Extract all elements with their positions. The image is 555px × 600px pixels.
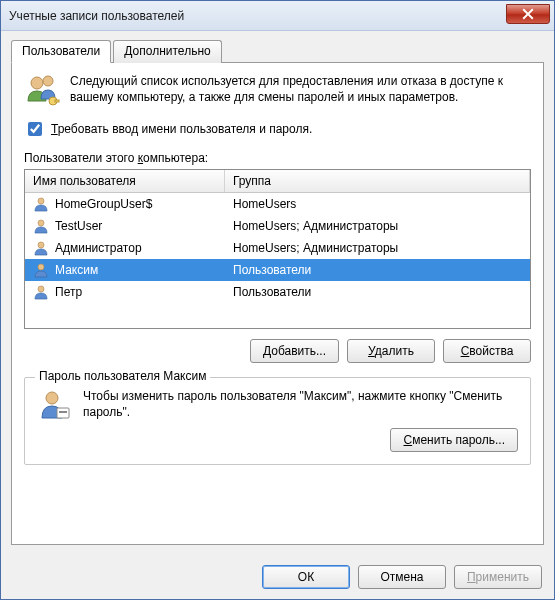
user-icon bbox=[33, 284, 49, 300]
remove-button[interactable]: Удалить bbox=[347, 339, 435, 363]
tab-strip: Пользователи Дополнительно bbox=[11, 39, 544, 62]
cell-username: TestUser bbox=[25, 218, 225, 234]
svg-point-5 bbox=[38, 220, 44, 226]
apply-button[interactable]: Применить bbox=[454, 565, 542, 589]
close-button[interactable] bbox=[506, 4, 550, 24]
column-header-group[interactable]: Группа bbox=[225, 170, 530, 192]
column-header-name[interactable]: Имя пользователя bbox=[25, 170, 225, 192]
properties-button[interactable]: Свойства bbox=[443, 339, 531, 363]
ok-button[interactable]: ОК bbox=[262, 565, 350, 589]
svg-point-4 bbox=[38, 198, 44, 204]
table-row[interactable]: МаксимПользователи bbox=[25, 259, 530, 281]
require-credentials-mnemonic: Т bbox=[51, 122, 58, 136]
intro-block: Следующий список используется для предос… bbox=[24, 73, 531, 109]
dialog-button-row: ОК Отмена Применить bbox=[1, 555, 554, 599]
cell-group: HomeUsers; Администраторы bbox=[225, 241, 530, 255]
table-row[interactable]: ПетрПользователи bbox=[25, 281, 530, 303]
user-accounts-dialog: Учетные записи пользователей Пользовател… bbox=[0, 0, 555, 600]
user-list-header: Имя пользователя Группа bbox=[25, 170, 530, 193]
password-groupbox-legend: Пароль пользователя Максим bbox=[35, 369, 210, 383]
user-icon bbox=[33, 196, 49, 212]
svg-point-0 bbox=[31, 77, 43, 89]
svg-point-8 bbox=[38, 286, 44, 292]
password-groupbox: Пароль пользователя Максим Чтобы изменит… bbox=[24, 377, 531, 465]
require-credentials-row: Требовать ввод имени пользователя и паро… bbox=[24, 119, 531, 139]
cell-group: HomeUsers; Администраторы bbox=[225, 219, 530, 233]
window-title: Учетные записи пользователей bbox=[9, 9, 506, 23]
intro-text: Следующий список используется для предос… bbox=[70, 73, 531, 109]
cell-username: HomeGroupUser$ bbox=[25, 196, 225, 212]
cell-group: HomeUsers bbox=[225, 197, 530, 211]
password-hint-text: Чтобы изменить пароль пользователя "Макс… bbox=[83, 388, 518, 420]
table-row[interactable]: HomeGroupUser$HomeUsers bbox=[25, 193, 530, 215]
close-icon bbox=[522, 8, 534, 20]
tab-users[interactable]: Пользователи bbox=[11, 40, 111, 63]
require-credentials-label[interactable]: Требовать ввод имени пользователя и паро… bbox=[51, 122, 312, 136]
svg-rect-3 bbox=[55, 100, 59, 102]
cell-username: Петр bbox=[25, 284, 225, 300]
cell-group: Пользователи bbox=[225, 263, 530, 277]
cell-username: Администратор bbox=[25, 240, 225, 256]
cell-group: Пользователи bbox=[225, 285, 530, 299]
client-area: Пользователи Дополнительно Следующий спи… bbox=[1, 31, 554, 555]
cancel-button[interactable]: Отмена bbox=[358, 565, 446, 589]
user-password-icon bbox=[37, 388, 73, 424]
user-list[interactable]: Имя пользователя Группа HomeGroupUser$Ho… bbox=[24, 169, 531, 329]
users-keys-icon bbox=[24, 73, 60, 109]
table-row[interactable]: TestUserHomeUsers; Администраторы bbox=[25, 215, 530, 237]
add-button[interactable]: Добавить... bbox=[250, 339, 339, 363]
svg-rect-11 bbox=[59, 411, 67, 413]
cell-username: Максим bbox=[25, 262, 225, 278]
table-row[interactable]: АдминистраторHomeUsers; Администраторы bbox=[25, 237, 530, 259]
titlebar: Учетные записи пользователей bbox=[1, 1, 554, 31]
tab-panel-users: Следующий список используется для предос… bbox=[11, 62, 544, 545]
require-credentials-label-rest: ребовать ввод имени пользователя и парол… bbox=[58, 122, 313, 136]
user-icon bbox=[33, 240, 49, 256]
tab-advanced[interactable]: Дополнительно bbox=[113, 40, 221, 63]
svg-point-6 bbox=[38, 242, 44, 248]
svg-point-7 bbox=[38, 264, 44, 270]
svg-point-9 bbox=[46, 392, 58, 404]
svg-point-1 bbox=[43, 76, 53, 86]
list-button-row: Добавить... Удалить Свойства bbox=[24, 339, 531, 363]
user-list-label: Пользователи этого компьютера: bbox=[24, 151, 531, 165]
require-credentials-checkbox[interactable] bbox=[28, 122, 42, 136]
user-list-body: HomeGroupUser$HomeUsersTestUserHomeUsers… bbox=[25, 193, 530, 328]
change-password-button[interactable]: Сменить пароль... bbox=[390, 428, 518, 452]
user-icon bbox=[33, 218, 49, 234]
user-icon bbox=[33, 262, 49, 278]
